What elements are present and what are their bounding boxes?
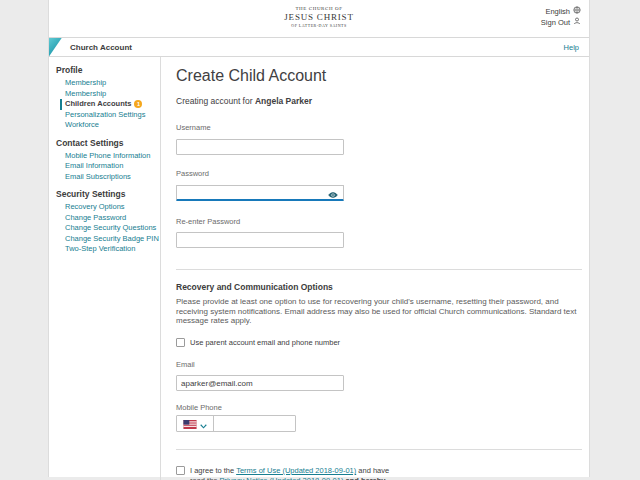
logo-line2: JESUS CHRIST — [284, 12, 353, 22]
section-divider — [176, 269, 582, 270]
sidebar-nav: Profile Membership Membership Children A… — [49, 57, 161, 480]
sidebar-item-change-security-badge-pin[interactable]: Change Security Badge PIN — [56, 234, 160, 245]
username-label: Username — [176, 123, 582, 132]
privacy-notice-link[interactable]: Privacy Notice (Updated 2018-09-01) — [220, 476, 344, 480]
sidebar-item-recovery-options[interactable]: Recovery Options — [56, 202, 160, 213]
recovery-description: Please provide at least one option to us… — [176, 297, 580, 326]
sidebar-section-contact-settings: Contact Settings — [56, 138, 160, 148]
creating-account-subtitle: Creating account for Angela Parker — [176, 96, 582, 106]
sidebar-item-children-accounts[interactable]: Children Accounts1 — [60, 99, 160, 110]
logo-line3: OF LATTER-DAY SAINTS — [284, 23, 353, 28]
mobile-phone-input[interactable] — [214, 416, 295, 431]
chevron-down-icon — [200, 415, 207, 433]
use-parent-checkbox-row: Use parent account email and phone numbe… — [176, 338, 582, 347]
section-divider-2 — [176, 449, 582, 450]
app-title: Church Account — [70, 43, 132, 52]
sidebar-item-personalization-settings[interactable]: Personalization Settings — [56, 110, 160, 121]
help-link[interactable]: Help — [564, 43, 579, 52]
language-label: English — [545, 6, 570, 17]
sidebar-item-email-information[interactable]: Email Information — [56, 161, 160, 172]
use-parent-checkbox-label: Use parent account email and phone numbe… — [190, 338, 340, 347]
children-accounts-badge: 1 — [134, 100, 142, 108]
eye-icon[interactable] — [327, 185, 339, 203]
sidebar-item-membership[interactable]: Membership — [56, 78, 160, 89]
email-label: Email — [176, 360, 582, 369]
mobile-phone-group — [176, 415, 296, 432]
mobile-phone-label: Mobile Phone — [176, 403, 582, 412]
username-input[interactable] — [176, 139, 344, 155]
app-bar: Church Account Help — [49, 37, 589, 57]
reenter-password-label: Re-enter Password — [176, 217, 582, 226]
use-parent-checkbox[interactable] — [176, 338, 185, 347]
agreement-row: I agree to the Terms of Use (Updated 201… — [176, 466, 582, 480]
password-input[interactable] — [176, 185, 344, 201]
globe-icon — [573, 6, 581, 17]
sidebar-item-membership-2[interactable]: Membership — [56, 89, 160, 100]
language-link[interactable]: English — [541, 6, 581, 17]
agreement-text: I agree to the Terms of Use (Updated 201… — [190, 466, 402, 480]
main-content: Create Child Account Creating account fo… — [161, 57, 589, 480]
church-account-mark-icon — [49, 38, 62, 57]
us-flag-icon — [183, 415, 197, 433]
sidebar-item-email-subscriptions[interactable]: Email Subscriptions — [56, 172, 160, 183]
email-input[interactable] — [176, 375, 344, 391]
password-label: Password — [176, 169, 582, 178]
sidebar-item-two-step-verification[interactable]: Two-Step Verification — [56, 244, 160, 255]
sidebar-section-security-settings: Security Settings — [56, 189, 160, 199]
sidebar-item-change-security-questions[interactable]: Change Security Questions — [56, 223, 160, 234]
recovery-options-heading: Recovery and Communication Options — [176, 282, 582, 292]
sidebar-item-mobile-phone-information[interactable]: Mobile Phone Information — [56, 151, 160, 162]
sign-out-label: Sign Out — [541, 17, 570, 28]
reenter-password-input[interactable] — [176, 232, 344, 248]
logo-line1: THE CHURCH OF — [284, 6, 353, 11]
header-links: English Sign Out — [541, 6, 581, 28]
sidebar-item-change-password[interactable]: Change Password — [56, 213, 160, 224]
country-code-select[interactable] — [177, 416, 214, 431]
agreement-checkbox[interactable] — [176, 466, 185, 475]
sidebar-section-profile: Profile — [56, 65, 160, 75]
password-field-wrap — [176, 181, 344, 201]
person-icon — [573, 17, 581, 28]
child-name: Angela Parker — [255, 96, 312, 106]
sidebar-item-workforce[interactable]: Workforce — [56, 120, 160, 131]
church-logo: THE CHURCH OF JESUS CHRIST OF LATTER-DAY… — [284, 6, 353, 28]
terms-of-use-link[interactable]: Terms of Use (Updated 2018-09-01) — [236, 466, 356, 475]
page-canvas: THE CHURCH OF JESUS CHRIST OF LATTER-DAY… — [48, 0, 590, 477]
sign-out-link[interactable]: Sign Out — [541, 17, 581, 28]
page-title: Create Child Account — [176, 67, 582, 85]
top-header: THE CHURCH OF JESUS CHRIST OF LATTER-DAY… — [49, 0, 589, 37]
